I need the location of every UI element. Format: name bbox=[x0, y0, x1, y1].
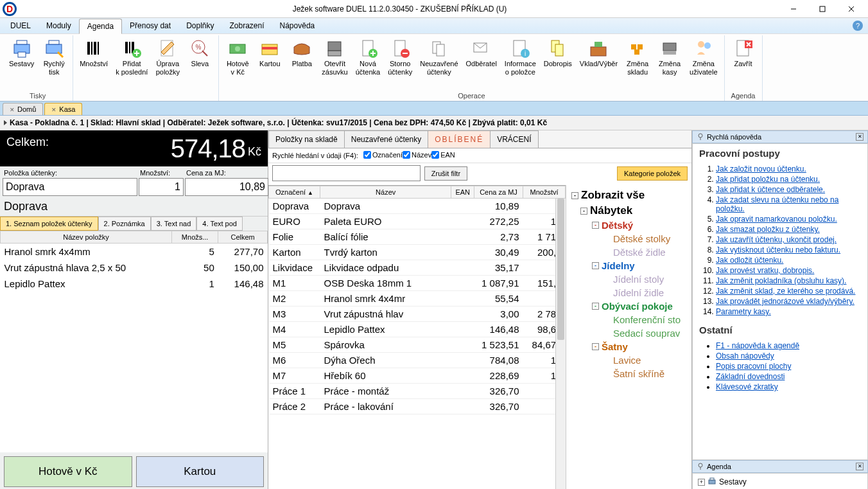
product-row[interactable]: M2Hranol smrk 4x4mr55,544 bbox=[269, 291, 566, 307]
ribbon-otev-t-z-suvku[interactable]: Otevřítzásuvku bbox=[318, 37, 351, 77]
help-link[interactable]: Jak založit novou účtenku. bbox=[716, 164, 806, 173]
ribbon-zm-na-kasy[interactable]: Změnakasy bbox=[654, 37, 686, 77]
product-row[interactable]: M6Dýha Ořech784,0819 bbox=[269, 353, 566, 368]
menu-duel[interactable]: DUEL bbox=[3, 19, 39, 33]
tree-node[interactable]: -Jídelny bbox=[568, 259, 690, 272]
search-check-ean[interactable]: EAN bbox=[431, 151, 455, 159]
prod-col-header[interactable]: EAN bbox=[451, 186, 474, 199]
tree-node[interactable]: -Šatny bbox=[568, 340, 690, 353]
collapse-icon[interactable]: - bbox=[592, 303, 599, 310]
help-panel-close-icon[interactable]: ✕ bbox=[856, 133, 864, 141]
ribbon-neuzav-en-tenky[interactable]: Neuzavřenéúčtenky bbox=[416, 37, 462, 77]
ribbon-zm-na-u-ivatele[interactable]: Změnauživatele bbox=[686, 37, 721, 77]
product-row[interactable]: DopravaDoprava10,890 bbox=[269, 199, 566, 214]
menu-zobrazení[interactable]: Zobrazení bbox=[221, 19, 272, 33]
tree-node[interactable]: Dětské stolky bbox=[568, 232, 690, 245]
tree-node[interactable]: -Obývací pokoje bbox=[568, 299, 690, 313]
receipt-tab-3[interactable]: 4. Text pod bbox=[196, 217, 243, 231]
ribbon-odb-ratel[interactable]: Odběratel bbox=[462, 37, 501, 69]
help-link[interactable]: Základní dovednosti bbox=[716, 372, 785, 381]
collapse-icon[interactable]: - bbox=[580, 208, 587, 215]
prod-col-header[interactable]: Množství bbox=[523, 186, 566, 199]
collapse-icon[interactable]: - bbox=[592, 222, 599, 229]
menu-nápověda[interactable]: Nápověda bbox=[272, 19, 323, 33]
help-link[interactable]: Jak změnit sklad, ze kterého se prodává. bbox=[716, 287, 855, 296]
tree-node[interactable]: Jídelní židle bbox=[568, 286, 690, 299]
help-link[interactable]: Parametry kasy. bbox=[716, 307, 771, 316]
doc-tab-domů[interactable]: ✕Domů bbox=[3, 103, 43, 115]
tree-node[interactable]: Lavice bbox=[568, 353, 690, 367]
help-link[interactable]: Jak přidat k účtence odběratele. bbox=[716, 185, 825, 194]
mid-tab-0[interactable]: Položky na skladě bbox=[268, 130, 345, 148]
agenda-panel-close-icon[interactable]: ✕ bbox=[856, 463, 864, 470]
help-icon[interactable]: ? bbox=[853, 21, 863, 31]
clear-filter-button[interactable]: Zrušit filtr bbox=[424, 166, 467, 181]
product-row[interactable]: M1OSB Deska 18mm 11 087,91151,8 bbox=[269, 276, 566, 291]
tree-node[interactable]: -Dětský bbox=[568, 218, 690, 232]
help-link[interactable]: Jak vytisknout účtenku nebo fakturu. bbox=[716, 245, 840, 254]
tree-node[interactable]: -Nábytek bbox=[568, 203, 690, 218]
agenda-tree-item[interactable]: + Sestavy bbox=[697, 476, 864, 488]
ribbon-platba[interactable]: Platba bbox=[286, 37, 318, 69]
product-row[interactable]: KartonTvrdý karton30,49200,6 bbox=[269, 245, 566, 260]
product-row[interactable]: M4Lepidlo Pattex146,4898,62 bbox=[269, 322, 566, 337]
grid-scrollbar[interactable] bbox=[555, 199, 566, 489]
pay-card-button[interactable]: Kartou bbox=[136, 456, 265, 487]
ribbon-rychl-tisk[interactable]: Rychlýtisk bbox=[38, 37, 70, 77]
ribbon-zav-t[interactable]: Zavřít bbox=[727, 37, 759, 69]
expand-icon[interactable]: + bbox=[698, 479, 705, 486]
menu-moduly[interactable]: Moduly bbox=[39, 19, 79, 33]
product-row[interactable]: EUROPaleta EURO272,2510 bbox=[269, 214, 566, 229]
help-link[interactable]: Jak uzavřít účtenku, ukončit prodej. bbox=[716, 235, 837, 244]
receipt-row[interactable]: Hranol smrk 4x4mm5277,70 bbox=[1, 244, 268, 260]
receipt-col-header[interactable]: Název položky bbox=[1, 231, 172, 244]
ribbon-storno-tenky[interactable]: Stornoúčtenky bbox=[384, 37, 416, 77]
search-input[interactable] bbox=[272, 165, 421, 181]
help-link[interactable]: Jak provádět jednorázové vklady/výběry. bbox=[716, 297, 855, 306]
menu-agenda[interactable]: Agenda bbox=[79, 19, 122, 34]
help-link[interactable]: Jak zadat slevu na účtenku nebo na polož… bbox=[716, 195, 838, 213]
product-row[interactable]: M5Spárovka1 523,5184,672 bbox=[269, 337, 566, 353]
ribbon-vklad-v-b-r[interactable]: Vklad/Výběr bbox=[576, 37, 621, 69]
help-link[interactable]: Jak odložit účtenku. bbox=[716, 256, 783, 265]
prod-col-header[interactable]: Označení ▲ bbox=[269, 186, 320, 199]
qty-input[interactable] bbox=[139, 178, 184, 196]
search-check-název[interactable]: Název bbox=[403, 151, 431, 159]
receipt-row[interactable]: Lepidlo Pattex1146,48 bbox=[1, 276, 268, 292]
products-grid[interactable]: Označení ▲NázevEANCena za MJMnožství Dop… bbox=[268, 185, 566, 489]
help-link[interactable]: F1 - nápověda k agendě bbox=[716, 341, 799, 350]
help-link[interactable]: Klávesové zkratky bbox=[716, 382, 778, 391]
receipt-tab-1[interactable]: 2. Poznámka bbox=[98, 217, 151, 231]
ribbon-informace-o-polo-ce[interactable]: iInformaceo položce bbox=[501, 37, 540, 77]
pay-cash-button[interactable]: Hotově v Kč bbox=[4, 456, 132, 487]
collapse-icon[interactable]: - bbox=[592, 343, 599, 350]
prod-col-header[interactable]: Název bbox=[320, 186, 451, 199]
menu-doplňky[interactable]: Doplňky bbox=[178, 19, 221, 33]
mid-tab-3[interactable]: VRÁCENÍ bbox=[490, 130, 538, 148]
receipt-row[interactable]: Vrut zápustná hlava 2,5 x 5050150,00 bbox=[1, 260, 268, 276]
product-row[interactable]: M7Hřebík 60228,6910 bbox=[269, 368, 566, 384]
ribbon--prava-polo-ky[interactable]: Úpravapoložky bbox=[152, 37, 184, 77]
tree-node[interactable]: -Zobrazit vše bbox=[568, 188, 690, 203]
help-link[interactable]: Jak provést vratku, dobropis. bbox=[716, 266, 814, 275]
prod-col-header[interactable]: Cena za MJ bbox=[474, 186, 523, 199]
price-input[interactable] bbox=[185, 178, 268, 196]
item-input[interactable] bbox=[3, 178, 137, 196]
receipt-tab-0[interactable]: 1. Seznam položek účtenky bbox=[0, 217, 98, 231]
tree-node[interactable]: Sedací souprav bbox=[568, 326, 690, 340]
close-button[interactable] bbox=[837, 1, 865, 17]
ribbon-kartou[interactable]: Kartou bbox=[254, 37, 286, 69]
tree-node[interactable]: Dětské židle bbox=[568, 245, 690, 259]
product-row[interactable]: Práce 2Práce - lakování326,700 bbox=[269, 399, 566, 414]
mid-tab-1[interactable]: Neuzavřené účtenky bbox=[344, 130, 428, 148]
help-link[interactable]: Jak opravit namarkovanou položku. bbox=[716, 215, 837, 224]
ribbon-dobropis[interactable]: Dobropis bbox=[540, 37, 576, 69]
minimize-button[interactable] bbox=[779, 1, 808, 17]
ribbon-nov-tenka[interactable]: Nováúčtenka bbox=[352, 37, 385, 77]
receipt-tab-2[interactable]: 3. Text nad bbox=[151, 217, 197, 231]
product-row[interactable]: FolieBalící fólie2,731 717 bbox=[269, 229, 566, 245]
ribbon-p-idat-k-posledn-[interactable]: Přidatk poslední bbox=[112, 37, 152, 77]
collapse-icon[interactable]: - bbox=[592, 262, 599, 269]
product-row[interactable]: Práce 1Práce - montáž326,700 bbox=[269, 384, 566, 399]
ribbon-hotov-v-k-[interactable]: Hotověv Kč bbox=[221, 37, 254, 77]
